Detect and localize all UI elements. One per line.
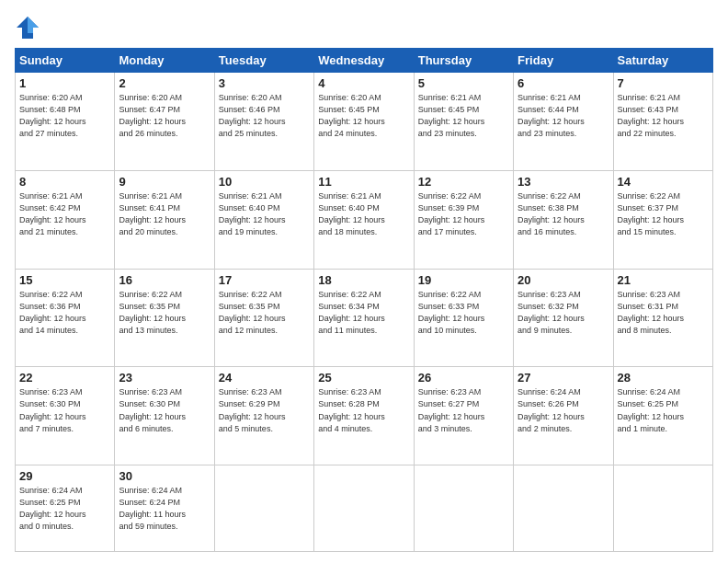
calendar-cell: 24Sunrise: 6:23 AM Sunset: 6:29 PM Dayli… bbox=[214, 367, 313, 465]
day-info: Sunrise: 6:20 AM Sunset: 6:47 PM Dayligh… bbox=[119, 92, 210, 140]
calendar-cell: 29Sunrise: 6:24 AM Sunset: 6:25 PM Dayli… bbox=[16, 465, 115, 552]
day-number: 11 bbox=[318, 175, 409, 189]
calendar-header-thursday: Thursday bbox=[414, 49, 513, 73]
calendar-cell: 18Sunrise: 6:22 AM Sunset: 6:34 PM Dayli… bbox=[314, 269, 414, 367]
day-number: 2 bbox=[119, 76, 210, 90]
day-number: 29 bbox=[19, 469, 110, 483]
calendar-cell: 4Sunrise: 6:20 AM Sunset: 6:45 PM Daylig… bbox=[314, 73, 414, 171]
day-info: Sunrise: 6:22 AM Sunset: 6:39 PM Dayligh… bbox=[418, 190, 509, 238]
calendar-header-tuesday: Tuesday bbox=[214, 49, 313, 73]
day-number: 23 bbox=[119, 371, 210, 385]
day-number: 3 bbox=[219, 76, 310, 90]
day-info: Sunrise: 6:23 AM Sunset: 6:29 PM Dayligh… bbox=[219, 386, 310, 434]
day-number: 10 bbox=[219, 175, 310, 189]
calendar-cell bbox=[414, 465, 513, 552]
day-number: 18 bbox=[318, 273, 409, 287]
logo-icon bbox=[15, 15, 40, 40]
calendar-cell: 23Sunrise: 6:23 AM Sunset: 6:30 PM Dayli… bbox=[115, 367, 214, 465]
day-number: 5 bbox=[418, 76, 509, 90]
day-info: Sunrise: 6:22 AM Sunset: 6:35 PM Dayligh… bbox=[219, 289, 310, 337]
calendar-cell: 27Sunrise: 6:24 AM Sunset: 6:26 PM Dayli… bbox=[514, 367, 613, 465]
calendar-cell: 16Sunrise: 6:22 AM Sunset: 6:35 PM Dayli… bbox=[115, 269, 214, 367]
calendar-cell: 13Sunrise: 6:22 AM Sunset: 6:38 PM Dayli… bbox=[514, 170, 613, 269]
day-info: Sunrise: 6:23 AM Sunset: 6:30 PM Dayligh… bbox=[119, 386, 210, 434]
day-number: 8 bbox=[19, 175, 110, 189]
day-info: Sunrise: 6:23 AM Sunset: 6:32 PM Dayligh… bbox=[518, 289, 609, 337]
calendar-cell: 17Sunrise: 6:22 AM Sunset: 6:35 PM Dayli… bbox=[214, 269, 313, 367]
page: SundayMondayTuesdayWednesdayThursdayFrid… bbox=[0, 0, 728, 563]
day-number: 4 bbox=[318, 76, 409, 90]
day-info: Sunrise: 6:23 AM Sunset: 6:30 PM Dayligh… bbox=[19, 386, 110, 434]
day-number: 16 bbox=[119, 273, 210, 287]
calendar-cell bbox=[314, 465, 414, 552]
day-info: Sunrise: 6:22 AM Sunset: 6:35 PM Dayligh… bbox=[119, 289, 210, 337]
calendar-cell bbox=[214, 465, 313, 552]
calendar-header-monday: Monday bbox=[115, 49, 214, 73]
day-info: Sunrise: 6:20 AM Sunset: 6:45 PM Dayligh… bbox=[318, 92, 409, 140]
calendar-cell: 5Sunrise: 6:21 AM Sunset: 6:45 PM Daylig… bbox=[414, 73, 513, 171]
day-number: 7 bbox=[618, 76, 709, 90]
day-info: Sunrise: 6:22 AM Sunset: 6:33 PM Dayligh… bbox=[418, 289, 509, 337]
calendar-week-4: 22Sunrise: 6:23 AM Sunset: 6:30 PM Dayli… bbox=[16, 367, 713, 465]
calendar-cell: 6Sunrise: 6:21 AM Sunset: 6:44 PM Daylig… bbox=[514, 73, 613, 171]
day-number: 17 bbox=[219, 273, 310, 287]
day-number: 14 bbox=[618, 175, 709, 189]
day-info: Sunrise: 6:23 AM Sunset: 6:27 PM Dayligh… bbox=[418, 386, 509, 434]
day-info: Sunrise: 6:21 AM Sunset: 6:40 PM Dayligh… bbox=[219, 190, 310, 238]
day-info: Sunrise: 6:22 AM Sunset: 6:36 PM Dayligh… bbox=[19, 289, 110, 337]
day-number: 12 bbox=[418, 175, 509, 189]
calendar-header-sunday: Sunday bbox=[16, 49, 115, 73]
day-info: Sunrise: 6:24 AM Sunset: 6:26 PM Dayligh… bbox=[518, 386, 609, 434]
day-info: Sunrise: 6:21 AM Sunset: 6:41 PM Dayligh… bbox=[119, 190, 210, 238]
calendar-cell: 21Sunrise: 6:23 AM Sunset: 6:31 PM Dayli… bbox=[613, 269, 712, 367]
day-info: Sunrise: 6:21 AM Sunset: 6:42 PM Dayligh… bbox=[19, 190, 110, 238]
calendar-cell: 7Sunrise: 6:21 AM Sunset: 6:43 PM Daylig… bbox=[613, 73, 712, 171]
day-info: Sunrise: 6:22 AM Sunset: 6:34 PM Dayligh… bbox=[318, 289, 409, 337]
calendar-cell: 28Sunrise: 6:24 AM Sunset: 6:25 PM Dayli… bbox=[613, 367, 712, 465]
day-info: Sunrise: 6:20 AM Sunset: 6:46 PM Dayligh… bbox=[219, 92, 310, 140]
day-info: Sunrise: 6:23 AM Sunset: 6:28 PM Dayligh… bbox=[318, 386, 409, 434]
day-number: 1 bbox=[19, 76, 110, 90]
day-number: 6 bbox=[518, 76, 609, 90]
day-info: Sunrise: 6:21 AM Sunset: 6:43 PM Dayligh… bbox=[618, 92, 709, 140]
day-info: Sunrise: 6:24 AM Sunset: 6:25 PM Dayligh… bbox=[19, 485, 110, 533]
calendar-cell: 20Sunrise: 6:23 AM Sunset: 6:32 PM Dayli… bbox=[514, 269, 613, 367]
calendar-cell: 1Sunrise: 6:20 AM Sunset: 6:48 PM Daylig… bbox=[16, 73, 115, 171]
calendar-week-2: 8Sunrise: 6:21 AM Sunset: 6:42 PM Daylig… bbox=[16, 170, 713, 269]
calendar-cell bbox=[613, 465, 712, 552]
calendar-cell: 14Sunrise: 6:22 AM Sunset: 6:37 PM Dayli… bbox=[613, 170, 712, 269]
day-number: 19 bbox=[418, 273, 509, 287]
calendar-week-1: 1Sunrise: 6:20 AM Sunset: 6:48 PM Daylig… bbox=[16, 73, 713, 171]
day-number: 27 bbox=[518, 371, 609, 385]
calendar-cell: 19Sunrise: 6:22 AM Sunset: 6:33 PM Dayli… bbox=[414, 269, 513, 367]
day-number: 13 bbox=[518, 175, 609, 189]
day-number: 25 bbox=[318, 371, 409, 385]
calendar-cell bbox=[514, 465, 613, 552]
day-number: 21 bbox=[618, 273, 709, 287]
day-number: 28 bbox=[618, 371, 709, 385]
calendar-cell: 2Sunrise: 6:20 AM Sunset: 6:47 PM Daylig… bbox=[115, 73, 214, 171]
logo bbox=[15, 15, 44, 40]
calendar-cell: 22Sunrise: 6:23 AM Sunset: 6:30 PM Dayli… bbox=[16, 367, 115, 465]
calendar-week-5: 29Sunrise: 6:24 AM Sunset: 6:25 PM Dayli… bbox=[16, 465, 713, 552]
calendar-cell: 3Sunrise: 6:20 AM Sunset: 6:46 PM Daylig… bbox=[214, 73, 313, 171]
day-info: Sunrise: 6:23 AM Sunset: 6:31 PM Dayligh… bbox=[618, 289, 709, 337]
calendar-cell: 11Sunrise: 6:21 AM Sunset: 6:40 PM Dayli… bbox=[314, 170, 414, 269]
day-info: Sunrise: 6:24 AM Sunset: 6:24 PM Dayligh… bbox=[119, 485, 210, 533]
day-number: 20 bbox=[518, 273, 609, 287]
calendar-cell: 26Sunrise: 6:23 AM Sunset: 6:27 PM Dayli… bbox=[414, 367, 513, 465]
day-number: 24 bbox=[219, 371, 310, 385]
day-info: Sunrise: 6:21 AM Sunset: 6:44 PM Dayligh… bbox=[518, 92, 609, 140]
calendar-week-3: 15Sunrise: 6:22 AM Sunset: 6:36 PM Dayli… bbox=[16, 269, 713, 367]
calendar-cell: 25Sunrise: 6:23 AM Sunset: 6:28 PM Dayli… bbox=[314, 367, 414, 465]
calendar-header-row: SundayMondayTuesdayWednesdayThursdayFrid… bbox=[16, 49, 713, 73]
day-info: Sunrise: 6:20 AM Sunset: 6:48 PM Dayligh… bbox=[19, 92, 110, 140]
day-number: 15 bbox=[19, 273, 110, 287]
day-info: Sunrise: 6:21 AM Sunset: 6:40 PM Dayligh… bbox=[318, 190, 409, 238]
calendar-header-friday: Friday bbox=[514, 49, 613, 73]
svg-marker-1 bbox=[28, 17, 39, 33]
day-number: 9 bbox=[119, 175, 210, 189]
calendar-table: SundayMondayTuesdayWednesdayThursdayFrid… bbox=[15, 48, 713, 552]
day-number: 30 bbox=[119, 469, 210, 483]
calendar-cell: 10Sunrise: 6:21 AM Sunset: 6:40 PM Dayli… bbox=[214, 170, 313, 269]
